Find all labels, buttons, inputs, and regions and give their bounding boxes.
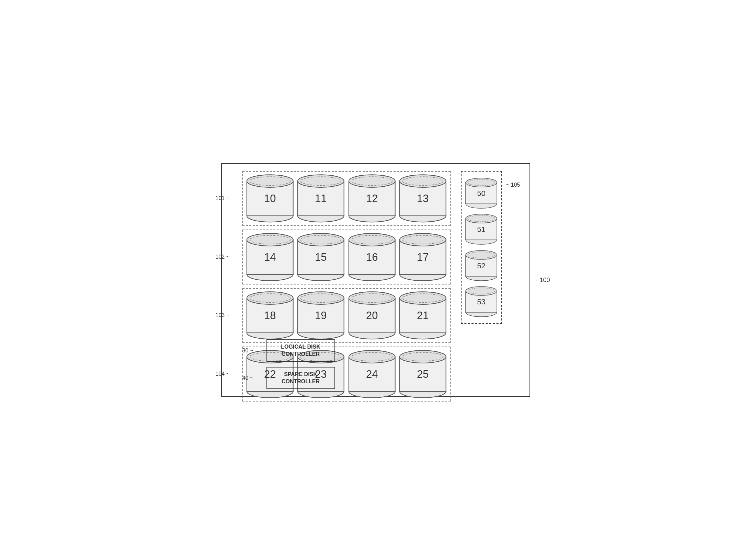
controller-item-30: 30 ~LOGICAL DISKCONTROLLER: [242, 339, 335, 362]
disk-18: 18: [246, 291, 294, 340]
disk-15: 15: [297, 233, 345, 281]
diagram-area: 101 ~10111213102 ~14151617103 ~181920211…: [242, 171, 502, 324]
raid-row-102: 102 ~14151617: [242, 230, 451, 285]
svg-text:52: 52: [477, 261, 485, 270]
svg-text:24: 24: [366, 368, 378, 380]
svg-text:10: 10: [264, 192, 276, 205]
spare-disk-53: 53: [465, 284, 498, 320]
spare-disk-51: 51: [465, 211, 498, 248]
svg-text:14: 14: [264, 251, 276, 263]
svg-point-82: [466, 178, 497, 187]
controllers-section: 30 ~LOGICAL DISKCONTROLLER40 ~SPARE DISK…: [242, 339, 335, 389]
ref-101-label: 101 ~: [216, 195, 229, 201]
ref-102-label: 102 ~: [216, 254, 229, 260]
disk-21: 21: [399, 291, 447, 340]
spare-disk-52: 52: [465, 247, 498, 284]
disk-17: 17: [399, 233, 447, 281]
ref-105-label: ~ 105: [506, 182, 520, 188]
ref-40-label: 40 ~: [242, 375, 260, 381]
spare-disk-50: 50: [465, 175, 498, 211]
svg-text:18: 18: [264, 310, 276, 322]
svg-text:19: 19: [315, 310, 327, 322]
svg-text:12: 12: [366, 192, 378, 205]
raid-row-103: 103 ~18192021: [242, 288, 451, 343]
svg-text:20: 20: [366, 310, 378, 322]
svg-point-87: [466, 214, 497, 223]
svg-text:17: 17: [417, 251, 429, 263]
svg-text:50: 50: [477, 189, 485, 198]
disk-12: 12: [348, 174, 396, 223]
disk-20: 20: [348, 291, 396, 340]
controller-box-30: LOGICAL DISKCONTROLLER: [266, 339, 335, 362]
disk-14: 14: [246, 233, 294, 281]
raid-groups: 101 ~10111213102 ~14151617103 ~181920211…: [242, 171, 451, 324]
raid-row-101: 101 ~10111213: [242, 171, 451, 226]
disk-13: 13: [399, 174, 447, 223]
svg-text:53: 53: [477, 298, 485, 306]
svg-point-92: [466, 250, 497, 259]
ref-103-label: 103 ~: [216, 312, 229, 318]
controller-box-40: SPARE DISKCONTROLLER: [266, 367, 335, 389]
disk-10: 10: [246, 174, 294, 223]
svg-text:13: 13: [417, 192, 429, 205]
svg-text:25: 25: [417, 368, 429, 380]
svg-text:11: 11: [315, 192, 327, 205]
disk-25: 25: [399, 350, 447, 398]
svg-text:16: 16: [366, 251, 378, 263]
disk-16: 16: [348, 233, 396, 281]
ref-104-label: 104 ~: [216, 371, 229, 377]
spare-group: ~ 105 50515253: [461, 171, 502, 324]
disk-19: 19: [297, 291, 345, 340]
ref-30-label: 30 ~: [242, 348, 260, 354]
controller-item-40: 40 ~SPARE DISKCONTROLLER: [242, 367, 335, 389]
svg-text:21: 21: [417, 310, 429, 322]
diagram-container: ~ 100 101 ~10111213102 ~14151617103 ~181…: [221, 163, 530, 397]
disk-11: 11: [297, 174, 345, 223]
svg-text:15: 15: [315, 251, 327, 263]
svg-point-97: [466, 287, 497, 295]
disk-24: 24: [348, 350, 396, 398]
ref-100-label: ~ 100: [534, 277, 550, 284]
svg-text:51: 51: [477, 225, 485, 234]
